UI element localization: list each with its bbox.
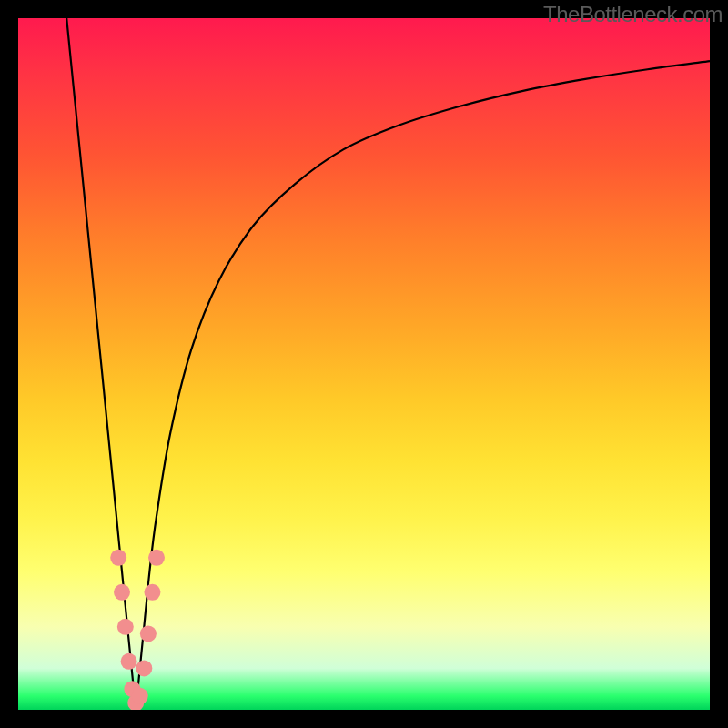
plot-area [18,18,710,710]
watermark-text: TheBottleneck.com [543,2,723,27]
curves-layer [18,18,710,710]
data-marker [144,584,160,601]
data-marker [117,619,134,635]
data-marker [132,688,148,704]
data-marker [114,584,130,601]
chart-container: TheBottleneck.com [0,0,728,728]
data-marker [140,625,157,642]
bottleneck-curve-left [66,18,136,710]
data-marker [148,550,165,566]
data-marker [121,653,137,670]
data-marker [136,660,152,676]
data-marker [110,550,126,566]
data-markers [110,550,165,710]
bottleneck-curve-right [136,61,710,710]
